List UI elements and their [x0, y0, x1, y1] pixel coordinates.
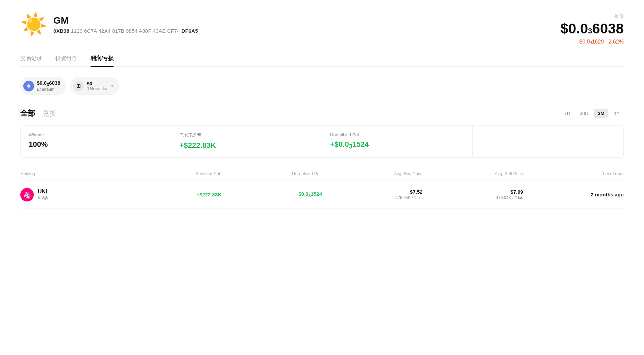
realized-cell: +$222.83K	[121, 192, 222, 197]
stat-unrealized-pnl: Unrealized PnL +$0.031524	[322, 126, 473, 157]
header-left: ☀️ GM 0XB38 1120 6C7A 42A4 817B 9854 A80…	[20, 13, 198, 35]
winrate-label: Winrate	[29, 132, 163, 137]
table-row: 🦄 UNI 0.046 +$222.83K +$0.031524 $7.52 4…	[20, 181, 624, 209]
time-1y[interactable]: 1Y	[610, 109, 624, 118]
price-main: $0.0	[561, 21, 588, 36]
stat-empty	[473, 126, 623, 157]
section-header: 全部 兑换 7D 30D 3M 1Y	[20, 108, 624, 118]
last-trade: 2 months ago	[523, 192, 624, 197]
unrealized-value: +$0.031524	[330, 140, 464, 150]
realized-value: +$222.83K	[179, 141, 314, 150]
token-price: $0.036038	[561, 21, 624, 36]
stats-row: Winrate 100% 已实现盈亏 +$222.83K Unrealized …	[20, 125, 624, 157]
tab-transactions[interactable]: 交易记录	[20, 55, 42, 67]
time-3m[interactable]: 3M	[594, 109, 608, 118]
address-suffix: DF6A5	[181, 28, 198, 34]
tab-swap[interactable]: 兑换	[42, 108, 57, 118]
networks-chip-text: $0 0 Networks	[87, 81, 107, 91]
row-realized: +$222.83K	[121, 192, 222, 197]
token-logo-icon: ☀️	[20, 13, 47, 35]
tabs-row: 交易记录 投资组合 利润/亏损	[20, 55, 624, 67]
networks-value: $0	[87, 81, 107, 86]
th-avg-sell: Avg. Sell Price	[423, 171, 523, 176]
unrealized-cell: +$0.031524	[221, 191, 322, 198]
time-7d[interactable]: 7D	[560, 109, 574, 118]
address-prefix: 0XB38	[53, 28, 69, 34]
networks-chip[interactable]: ⊞ $0 0 Networks ▾	[70, 77, 119, 95]
avg-sell-sub: 476.04K / 2 txs	[423, 195, 523, 200]
time-30d[interactable]: 30D	[576, 109, 593, 118]
row-unrealized: +$0.031524	[221, 191, 322, 198]
price-label: 价值	[561, 13, 624, 20]
ethereum-chip[interactable]: $0.036038 Ethereum	[20, 77, 66, 95]
section-tabs: 全部 兑换	[20, 108, 57, 118]
table-header: Holding Realized PnL Unrealized PnL Avg.…	[20, 168, 624, 180]
avg-buy-price: $7.52	[322, 189, 423, 195]
address-middle: 1120 6C7A 42A4 817B 9854 A80F 43AE CF74	[71, 28, 180, 34]
avg-buy-sub: 476.04K / 1 txs	[322, 195, 423, 200]
last-trade-cell: 2 months ago	[523, 192, 624, 197]
avg-buy-cell: $7.52 476.04K / 1 txs	[322, 189, 423, 200]
th-realized: Realized PnL	[121, 171, 222, 176]
tab-pnl[interactable]: 利润/亏损	[91, 55, 114, 67]
token-info: UNI 0.046	[38, 189, 48, 201]
tab-portfolio[interactable]: 投资组合	[55, 55, 77, 67]
time-filter: 7D 30D 3M 1Y	[560, 109, 624, 118]
eth-label: Ethereum	[37, 87, 60, 92]
price-change: -$0.0₄1629 · 2.62%	[561, 38, 624, 45]
price-sub: 3	[588, 27, 592, 35]
avg-sell-cell: $7.99 476.04K / 2 txs	[423, 189, 523, 200]
header: ☀️ GM 0XB38 1120 6C7A 42A4 817B 9854 A80…	[20, 13, 624, 55]
stat-realized-pnl: 已实现盈亏 +$222.83K	[171, 126, 322, 157]
grid-icon: ⊞	[73, 81, 84, 91]
th-holding: Holding	[20, 171, 121, 176]
avg-sell-price: $7.99	[423, 189, 523, 195]
token-symbol: UNI	[38, 189, 48, 195]
page: ☀️ GM 0XB38 1120 6C7A 42A4 817B 9854 A80…	[0, 0, 644, 355]
chevron-down-icon: ▾	[111, 84, 113, 88]
ethereum-icon	[23, 81, 34, 91]
holding-cell: 🦄 UNI 0.046	[20, 188, 121, 201]
eth-price: $0.036038	[37, 80, 60, 87]
unrealized-label: Unrealized PnL	[330, 132, 464, 137]
ethereum-chip-text: $0.036038 Ethereum	[37, 80, 60, 92]
networks-label: 0 Networks	[87, 86, 107, 91]
uni-icon: 🦄	[20, 188, 34, 201]
winrate-value: 100%	[29, 140, 163, 149]
token-name: GM	[53, 15, 198, 26]
token-amount: 0.046	[38, 195, 48, 201]
header-right: 价值 $0.036038 -$0.0₄1629 · 2.62%	[561, 13, 624, 45]
header-title-block: GM 0XB38 1120 6C7A 42A4 817B 9854 A80F 4…	[53, 15, 198, 34]
th-unrealized: Unrealized PnL	[221, 171, 322, 176]
stat-winrate: Winrate 100%	[21, 126, 171, 157]
realized-label: 已实现盈亏	[179, 132, 314, 138]
tab-all[interactable]: 全部	[20, 108, 35, 118]
price-end: 6038	[592, 21, 624, 36]
th-last-trade: Last Trade	[523, 171, 624, 176]
filter-row: $0.036038 Ethereum ⊞ $0 0 Networks ▾	[20, 77, 624, 95]
table: Holding Realized PnL Unrealized PnL Avg.…	[20, 168, 624, 209]
token-address: 0XB38 1120 6C7A 42A4 817B 9854 A80F 43AE…	[53, 28, 198, 34]
th-avg-buy: Avg. Buy Price	[322, 171, 423, 176]
